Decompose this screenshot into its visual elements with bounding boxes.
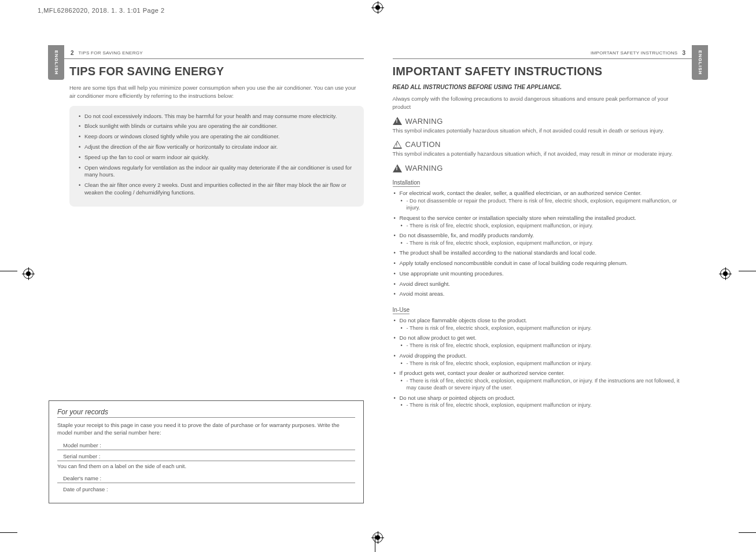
warning-icon — [393, 164, 402, 172]
records-note: You can find them on a label on the side… — [57, 462, 355, 470]
list-item: Speed up the fan to cool or warm indoor … — [78, 154, 356, 161]
page-title: IMPORTANT SAFETY INSTRUCTIONS — [393, 65, 687, 78]
list-item: If product gets wet, contact your dealer… — [393, 370, 687, 392]
running-header: 2 TIPS FOR SAVING ENERGY — [49, 49, 364, 59]
installation-heading: Installation — [393, 179, 421, 187]
list-item: Apply totally enclosed noncombustible co… — [393, 260, 687, 267]
running-header: IMPORTANT SAFETY INSTRUCTIONS 3 — [393, 49, 708, 59]
running-title: IMPORTANT SAFETY INSTRUCTIONS — [591, 50, 677, 56]
list-item: Avoid direct sunlight. — [393, 281, 687, 288]
list-item: Use appropriate unit mounting procedures… — [393, 270, 687, 278]
page-title: TIPS FOR SAVING ENERGY — [69, 65, 364, 78]
intro-text: Always comply with the following precaut… — [393, 95, 687, 111]
list-item: For electrical work, contact the dealer,… — [393, 190, 687, 212]
page-number: 2 — [71, 50, 74, 56]
list-item: Open windows regularly for ventilation a… — [78, 164, 356, 179]
list-sub-item: - There is risk of fire, electric shock,… — [400, 402, 687, 409]
warning-heading: WARNING — [393, 164, 687, 172]
language-tab: ENGLISH — [692, 45, 708, 80]
tips-box: Do not cool excessively indoors. This ma… — [69, 106, 364, 207]
crop-mark-icon — [0, 532, 17, 533]
tips-list: Do not cool excessively indoors. This ma… — [78, 113, 356, 197]
model-number-field: Model number : — [57, 440, 355, 450]
inuse-list: Do not place flammable objects close to … — [393, 317, 687, 409]
list-item: Avoid moist areas. — [393, 290, 687, 298]
registration-mark-icon — [23, 268, 34, 279]
list-sub-item: - There is risk of fire, electric shock,… — [400, 240, 687, 246]
caution-icon — [393, 141, 402, 149]
purchase-date-field: Date of purchase : — [57, 484, 355, 494]
list-sub-item: - There is risk of fire, electric shock,… — [400, 325, 687, 332]
list-item: Request to the service center or install… — [393, 215, 687, 229]
list-sub-item: - Do not disassemble or repair the produ… — [400, 197, 687, 212]
warning-icon — [393, 117, 402, 125]
list-item: Do not allow product to get wet. - There… — [393, 334, 687, 349]
page-right: ENGLISH IMPORTANT SAFETY INSTRUCTIONS 3 … — [393, 49, 708, 503]
list-item: Do not cool excessively indoors. This ma… — [78, 113, 356, 120]
warning-desc: This symbol indicates potentially hazard… — [393, 127, 687, 135]
crop-mark-icon — [739, 532, 756, 533]
crop-mark-icon — [0, 271, 17, 271]
crop-mark-icon — [375, 535, 375, 552]
records-box: For your records Staple your receipt to … — [49, 400, 364, 503]
list-item: Do not disassemble, fix, and modify prod… — [393, 232, 687, 246]
list-item: Adjust the direction of the air flow ver… — [78, 143, 356, 151]
list-sub-item: - There is risk of fire, electric shock,… — [400, 377, 687, 392]
list-sub-item: - There is risk of fire, electric shock,… — [400, 360, 687, 367]
page-number: 3 — [682, 50, 685, 56]
list-item: Do not use sharp or pointed objects on p… — [393, 395, 687, 409]
records-desc: Staple your receipt to this page in case… — [57, 421, 355, 437]
list-item: The product shall be installed according… — [393, 249, 687, 257]
registration-mark-icon — [720, 268, 731, 279]
caution-label: CAUTION — [405, 140, 441, 149]
list-item: Do not place flammable objects close to … — [393, 317, 687, 332]
warning-label: WARNING — [405, 117, 443, 126]
warning-label: WARNING — [405, 164, 443, 172]
inuse-heading: In-Use — [393, 307, 410, 314]
intro-text: Here are some tips that will help you mi… — [69, 84, 364, 100]
list-sub-item: - There is risk of fire, electric shock,… — [400, 342, 687, 349]
caution-heading: CAUTION — [393, 140, 687, 149]
crop-mark-icon — [739, 271, 756, 271]
list-item: Keep doors or windows closed tightly whi… — [78, 133, 356, 141]
page-left: ENGLISH 2 TIPS FOR SAVING ENERGY TIPS FO… — [49, 49, 364, 503]
print-header: 1,MFL62862020, 2018. 1. 3. 1:01 Page 2 — [38, 7, 165, 14]
serial-number-field: Serial number : — [57, 451, 355, 461]
list-item: Clean the air filter once every 2 weeks.… — [78, 182, 356, 197]
warning-heading: WARNING — [393, 117, 687, 126]
records-title: For your records — [57, 408, 355, 418]
list-sub-item: - There is risk of fire, electric shock,… — [400, 222, 687, 229]
language-tab: ENGLISH — [48, 45, 64, 80]
running-title: TIPS FOR SAVING ENERGY — [79, 50, 143, 56]
list-item: Avoid dropping the product. - There is r… — [393, 352, 687, 367]
list-item: Block sunlight with blinds or curtains w… — [78, 123, 356, 130]
dealer-name-field: Dealer's name : — [57, 473, 355, 483]
installation-list: For electrical work, contact the dealer,… — [393, 190, 687, 298]
subtitle: READ ALL INSTRUCTIONS BEFORE USING THE A… — [393, 84, 687, 90]
caution-desc: This symbol indicates a potentially haza… — [393, 150, 687, 158]
registration-mark-icon — [373, 2, 383, 13]
registration-mark-icon — [373, 532, 383, 543]
